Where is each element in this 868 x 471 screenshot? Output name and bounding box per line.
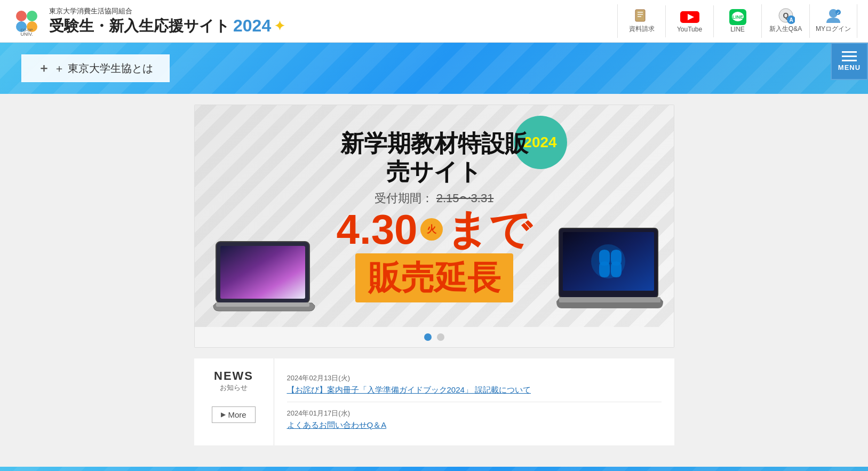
news-link-1[interactable]: 【お詫び】案内冊子「入学準備ガイドブック2024」 誤記載について <box>287 385 662 395</box>
news-link-2[interactable]: よくあるお問い合わせQ＆A <box>287 420 662 430</box>
carousel-dots <box>195 327 674 347</box>
header-nav: 資料請求 YouTube LINE LINE <box>617 4 857 38</box>
slide-title: 新学期教材特設販売サイト <box>333 130 535 186</box>
carousel-dot-1[interactable] <box>424 333 432 341</box>
site-header: UNIV. CO-OP 東京大学消費生活協同組合 受験生・新入生応援サイト 20… <box>0 0 868 43</box>
svg-point-1 <box>27 11 37 21</box>
slide-extended-date: 4.30 火 まで <box>333 209 535 250</box>
news-items-col: 2024年02月13日(火) 【お詫び】案内冊子「入学準備ガイドブック2024」… <box>274 358 674 445</box>
news-item-2: 2024年01月17日(水) よくあるお問い合わせQ＆A <box>287 402 662 437</box>
logo-text: 東京大学消費生活協同組合 受験生・新入生応援サイト 2024 ✦ <box>49 6 285 36</box>
news-section: NEWS お知らせ ▶ More 2024年02月13日(火) 【お詫び】案内冊… <box>194 358 674 445</box>
news-title: NEWS <box>214 369 253 383</box>
nav-youtube[interactable]: YouTube <box>665 5 713 37</box>
banner-box[interactable]: ＋ ＋ 東京大学生協とは <box>21 54 170 82</box>
news-date-1: 2024年02月13日(火) <box>287 373 662 383</box>
svg-point-0 <box>16 11 27 21</box>
youtube-label: YouTube <box>677 26 702 33</box>
logo-icon: UNIV. CO-OP <box>11 5 43 37</box>
svg-rect-9 <box>638 16 641 17</box>
line-label: LINE <box>730 26 745 33</box>
menu-lines-icon <box>842 51 857 61</box>
main-content: 2024 新学期教材特設販売サイト 受付期間： 2.15〜3.31 4.30 火… <box>0 94 868 456</box>
logo-area: UNIV. CO-OP 東京大学消費生活協同組合 受験生・新入生応援サイト 20… <box>11 5 285 37</box>
news-date-2: 2024年01月17日(水) <box>287 409 662 418</box>
news-subtitle: お知らせ <box>220 383 248 393</box>
login-icon: ✓ <box>824 9 843 23</box>
svg-text:UNIV.: UNIV. <box>20 31 33 37</box>
period-original: 2.15〜3.31 <box>436 191 494 205</box>
news-item-1: 2024年02月13日(火) 【お詫び】案内冊子「入学準備ガイドブック2024」… <box>287 367 662 402</box>
news-label-col: NEWS お知らせ ▶ More <box>194 358 274 445</box>
more-button[interactable]: ▶ More <box>212 406 255 423</box>
svg-rect-7 <box>638 12 643 13</box>
shiryo-label: 資料請求 <box>629 25 655 34</box>
login-label: MYログイン <box>816 25 851 34</box>
svg-text:✓: ✓ <box>837 11 840 15</box>
svg-text:LINE: LINE <box>732 14 743 20</box>
nav-login[interactable]: ✓ MYログイン <box>809 4 857 38</box>
line-icon: LINE <box>728 10 747 25</box>
more-label: More <box>228 410 246 419</box>
svg-rect-8 <box>638 14 643 15</box>
banner-text: ＋ 東京大学生協とは <box>54 61 153 76</box>
svg-text:CO-OP: CO-OP <box>21 28 33 32</box>
shiryo-icon <box>632 9 651 23</box>
bottom-banner[interactable]: 🖐 まずやること <box>0 467 868 471</box>
carousel-slide: 2024 新学期教材特設販売サイト 受付期間： 2.15〜3.31 4.30 火… <box>195 105 674 327</box>
qa-label: 新入生Q&A <box>769 25 802 34</box>
nav-shiryo[interactable]: 資料請求 <box>617 4 665 38</box>
logo-small-text: 東京大学消費生活協同組合 <box>49 6 285 16</box>
nav-line[interactable]: LINE LINE <box>713 5 761 37</box>
nav-qa[interactable]: Q A 新入生Q&A <box>761 4 809 38</box>
logo-main-text: 受験生・新入生応援サイト 2024 ✦ <box>49 16 285 36</box>
blue-banner[interactable]: ＋ ＋ 東京大学生協とは <box>0 43 868 94</box>
svg-rect-6 <box>635 10 645 21</box>
menu-label: MENU <box>838 63 861 71</box>
slide-period: 受付期間： 2.15〜3.31 <box>333 190 535 206</box>
carousel-dot-2[interactable] <box>437 333 444 341</box>
more-arrow-icon: ▶ <box>221 411 226 418</box>
menu-button[interactable]: MENU <box>831 43 868 80</box>
carousel: 2024 新学期教材特設販売サイト 受付期間： 2.15〜3.31 4.30 火… <box>194 105 674 348</box>
qa-icon: Q A <box>776 9 795 23</box>
slide-sale-text: 販売延長 <box>355 253 513 302</box>
svg-text:A: A <box>789 17 793 23</box>
youtube-icon <box>680 10 699 25</box>
fire-badge: 火 <box>420 218 443 241</box>
